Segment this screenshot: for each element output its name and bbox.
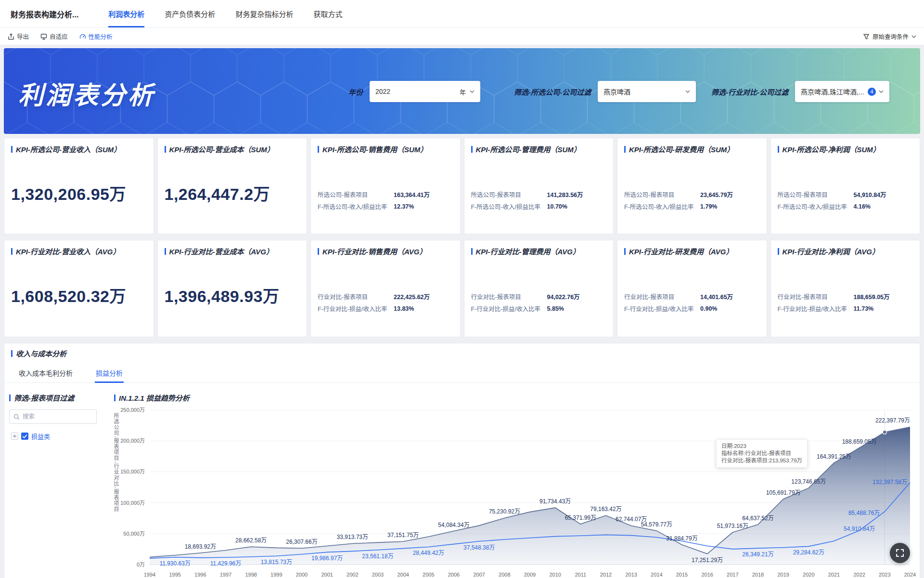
- svg-text:150,000万: 150,000万: [120, 469, 145, 474]
- kpi-card-cost-avg: KPI-行业对比-营业成本（AVG） 1,396,489.93万: [157, 240, 308, 337]
- svg-text:54,084.34万: 54,084.34万: [438, 522, 469, 528]
- svg-text:17,251.29万: 17,251.29万: [692, 557, 723, 564]
- kpi-card-title: KPI-所选公司-管理费用（SUM）: [476, 144, 581, 154]
- svg-text:28,662.58万: 28,662.58万: [235, 537, 267, 544]
- chart-tooltip: 日期:2023 指标名称:行业对比-报表项目 行业对比-报表项目:213,953…: [716, 439, 808, 468]
- svg-text:29,284.62万: 29,284.62万: [793, 549, 824, 556]
- search-input[interactable]: [23, 413, 92, 420]
- raw-query-conditions-label: 原始查询条件: [873, 32, 909, 41]
- tree-item-label[interactable]: 损益类: [31, 432, 50, 441]
- chevron-down-icon: [879, 90, 884, 93]
- kpi-row-industry-compare: KPI-行业对比-营业收入（AVG） 1,608,520.32万 KPI-行业对…: [4, 240, 920, 337]
- tab-balance-sheet-analysis[interactable]: 资产负债表分析: [165, 0, 215, 27]
- year-select-value: 2022: [375, 88, 457, 95]
- adaptive-icon: [40, 33, 47, 40]
- kpi-metric-row: F-所选公司-收入/损益比率10.70%: [471, 202, 607, 211]
- svg-text:23,561.18万: 23,561.18万: [362, 553, 393, 560]
- kpi-metric-row: 所选公司-报表项目141,283.56万: [471, 190, 607, 199]
- svg-text:2017: 2017: [727, 572, 738, 578]
- svg-text:2007: 2007: [473, 572, 485, 578]
- kpi-card-title: KPI-所选公司-研发费用（SUM）: [629, 144, 734, 154]
- svg-text:54,579.77万: 54,579.77万: [641, 521, 672, 528]
- kpi-metric-row: 所选公司-报表项目23,645.79万: [624, 190, 760, 199]
- tab-income-cost-gross-margin[interactable]: 收入成本毛利分析: [18, 364, 74, 382]
- svg-text:2013: 2013: [625, 572, 637, 578]
- kpi-metric-row: 行业对比-报表项目14,401.65万: [624, 292, 760, 301]
- kpi-card-rd-expense-avg: KPI-行业对比-研发费用（AVG） 行业对比-报表项目14,401.65万 F…: [617, 240, 767, 337]
- svg-text:28,449.42万: 28,449.42万: [413, 550, 444, 556]
- toolbar: 导出 自适应 性能分析 原始查询条件: [0, 28, 924, 45]
- svg-text:2022: 2022: [853, 572, 865, 578]
- kpi-metric-row: F-行业对比-损益/收入比率0.90%: [624, 304, 760, 313]
- company-filter-select[interactable]: 燕京啤酒: [598, 81, 696, 102]
- search-box: [9, 409, 97, 424]
- chart-title: IN.1.2.1 损益趋势分析: [119, 393, 190, 403]
- accent-bar: [318, 146, 319, 153]
- svg-text:132,397.58万: 132,397.58万: [873, 479, 907, 486]
- svg-text:51,973.16万: 51,973.16万: [717, 523, 748, 529]
- expand-plus-icon[interactable]: [11, 433, 18, 440]
- adaptive-button[interactable]: 自适应: [40, 32, 68, 41]
- svg-text:250,000万: 250,000万: [120, 407, 145, 413]
- accent-bar: [11, 248, 13, 255]
- kpi-card-revenue-sum: KPI-所选公司-营业收入（SUM） 1,320,206.95万: [4, 138, 154, 234]
- top-nav: 财务报表构建分析... 利润表分析 资产负债表分析 财务复杂指标分析 获取方式: [0, 0, 924, 28]
- svg-text:2001: 2001: [321, 572, 333, 578]
- selected-company-filter-label: 筛选-所选公司-公司过滤: [514, 87, 591, 97]
- year-select[interactable]: 2022 年: [370, 81, 480, 102]
- export-button[interactable]: 导出: [8, 32, 29, 41]
- accent-bar: [165, 146, 166, 153]
- svg-text:200,000万: 200,000万: [120, 438, 145, 444]
- kpi-card-title: KPI-行业对比-销售费用（AVG）: [322, 246, 426, 256]
- accent-bar: [11, 350, 13, 357]
- accent-bar: [471, 146, 473, 153]
- tab-profit-loss-analysis[interactable]: 损益分析: [95, 364, 124, 382]
- kpi-card-title: KPI-行业对比-研发费用（AVG）: [629, 246, 733, 256]
- adaptive-label: 自适应: [50, 32, 68, 41]
- svg-text:164,391.25万: 164,391.25万: [817, 453, 851, 460]
- kpi-card-title: KPI-所选公司-净利润（SUM）: [783, 144, 880, 154]
- year-filter: 年份 2022 年: [348, 81, 480, 102]
- kpi-card-rd-expense-sum: KPI-所选公司-研发费用（SUM） 所选公司-报表项目23,645.79万 F…: [617, 138, 767, 234]
- svg-text:11,429.96万: 11,429.96万: [210, 560, 242, 567]
- accent-bar: [114, 394, 116, 401]
- svg-text:123,746.65万: 123,746.65万: [791, 478, 826, 485]
- svg-text:26,349.21万: 26,349.21万: [742, 551, 773, 558]
- kpi-card-revenue-avg: KPI-行业对比-营业收入（AVG） 1,608,520.32万: [4, 240, 154, 337]
- year-unit: 年: [460, 87, 466, 96]
- checkbox-checked-icon[interactable]: [21, 433, 28, 440]
- tooltip-metric-name: 指标名称:行业对比-报表项目: [721, 450, 802, 457]
- kpi-metric-row: 行业对比-报表项目94,022.76万: [471, 292, 607, 301]
- year-filter-label: 年份: [348, 87, 363, 97]
- svg-text:11,930.63万: 11,930.63万: [159, 560, 191, 567]
- industry-filter-select[interactable]: 燕京啤酒,珠江啤酒,... 4: [795, 81, 889, 102]
- kpi-card-net-profit-sum: KPI-所选公司-净利润（SUM） 所选公司-报表项目54,910.84万 F-…: [770, 138, 921, 234]
- svg-text:2009: 2009: [524, 572, 536, 578]
- kpi-value: 1,264,447.2万: [165, 181, 300, 205]
- accent-bar: [11, 146, 13, 153]
- tab-profit-analysis[interactable]: 利润表分析: [108, 0, 144, 27]
- kpi-metric-row: F-行业对比-损益/收入比率13.83%: [318, 304, 453, 313]
- kpi-metric-row: F-行业对比-损益/收入比率11.73%: [778, 304, 913, 313]
- search-icon: [13, 414, 20, 420]
- raw-query-conditions-button[interactable]: 原始查询条件: [863, 32, 916, 41]
- filter-funnel-icon: [863, 33, 870, 40]
- svg-text:100,000万: 100,000万: [120, 500, 145, 506]
- svg-text:105,691.79万: 105,691.79万: [766, 489, 801, 496]
- performance-analysis-label: 性能分析: [89, 32, 113, 41]
- tab-how-to-get[interactable]: 获取方式: [313, 0, 342, 27]
- svg-text:0万: 0万: [137, 562, 145, 567]
- performance-analysis-button[interactable]: 性能分析: [79, 32, 113, 41]
- kpi-value: 1,320,206.95万: [11, 181, 147, 205]
- kpi-card-admin-expense-sum: KPI-所选公司-管理费用（SUM） 所选公司-报表项目141,283.56万 …: [464, 138, 614, 234]
- svg-text:37,151.75万: 37,151.75万: [387, 532, 419, 539]
- tab-financial-complex-indicators[interactable]: 财务复杂指标分析: [235, 0, 293, 27]
- kpi-card-selling-expense-avg: KPI-行业对比-销售费用（AVG） 行业对比-报表项目222,425.62万 …: [310, 240, 461, 337]
- kpi-metric-row: 行业对比-报表项目188,659.05万: [778, 292, 913, 301]
- trend-chart-panel: IN.1.2.1 损益趋势分析 所选公司-报表项目-行业对比-报表项目 0万50…: [114, 383, 920, 578]
- trend-chart-canvas[interactable]: 0万50,000万100,000万150,000万200,000万250,000…: [114, 406, 920, 578]
- fullscreen-icon: [895, 548, 905, 558]
- svg-text:2016: 2016: [701, 572, 713, 578]
- kpi-card-title: KPI-所选公司-营业成本（SUM）: [169, 144, 274, 154]
- fullscreen-button[interactable]: [890, 543, 910, 563]
